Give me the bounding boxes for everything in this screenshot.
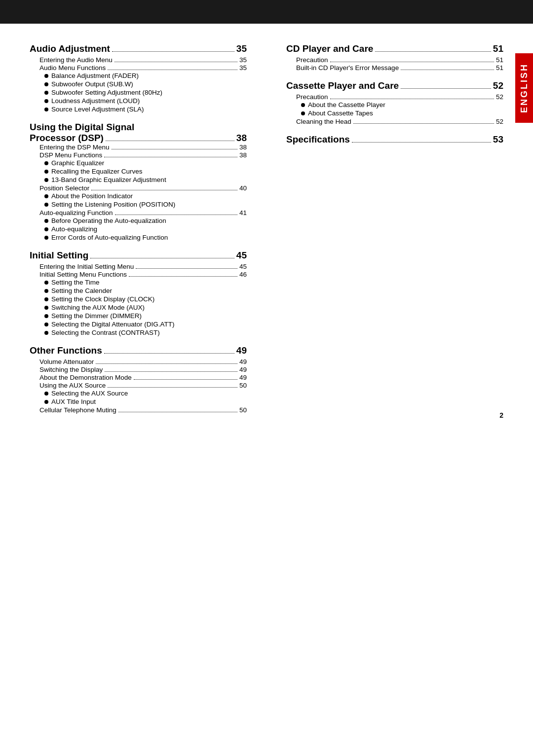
bullet-setting-calender: Setting the Calender (44, 287, 247, 294)
bullet-subwoofer-setting: Subwoofer Setting Adjustment (80Hz) (44, 89, 247, 96)
dots (112, 51, 234, 52)
bullet-loudness: Loudness Adjustment (LOUD) (44, 97, 247, 105)
entry-auto-equalizing: Auto-equalizing Function 41 (39, 209, 247, 216)
bullet-listening-position: Setting the Listening Position (POSITION… (44, 201, 247, 208)
section-other-functions-page: 49 (236, 345, 247, 356)
bullet-dot-icon (44, 323, 48, 326)
bullet-dot-icon (44, 314, 48, 318)
entry-switching-display: Switching the Display 49 (39, 366, 247, 373)
bullet-dot-icon (44, 194, 48, 198)
dsp-page: 38 (236, 133, 247, 144)
dsp-title-line2: Processor (DSP) 38 (30, 133, 247, 144)
page-number: 2 (499, 411, 503, 419)
bullet-dot-icon (44, 306, 48, 310)
bullet-error-cords: Error Cords of Auto-equalizing Function (44, 234, 247, 241)
bullet-balance-fader: Balance Adjustment (FADER) (44, 72, 247, 79)
dsp-title-line1: Using the Digital Signal (30, 122, 247, 133)
section-audio-adjustment: Audio Adjustment 35 (30, 43, 247, 54)
section-cd-player: CD Player and Care 51 (286, 43, 503, 54)
entry-entering-dsp-menu: Entering the DSP Menu 38 (39, 144, 247, 151)
bullet-dot-icon (44, 281, 48, 285)
entry-demonstration-mode: About the Demonstration Mode 49 (39, 374, 247, 381)
bullet-13-band: 13-Band Graphic Equalizer Adjustment (44, 176, 247, 183)
bullet-selecting-aux-source: Selecting the AUX Source (44, 390, 247, 397)
english-tab: ENGLISH (515, 53, 533, 123)
bullet-dot-icon (44, 170, 48, 174)
bullet-position-indicator: About the Position Indicator (44, 192, 247, 200)
bullet-auto-equalizing: Auto-equalizing (44, 225, 247, 233)
bullet-dot-icon (44, 227, 48, 231)
page-content: Audio Adjustment 35 Entering the Audio M… (0, 24, 533, 434)
section-other-functions: Other Functions 49 (30, 345, 247, 356)
entry-using-aux-source: Using the AUX Source 50 (39, 382, 247, 389)
bullet-dot-icon (44, 236, 48, 240)
section-specifications-page: 53 (493, 134, 503, 145)
entry-dsp-menu-functions: DSP Menu Functions 38 (39, 151, 247, 159)
section-cassette-player: Cassette Player and Care 52 (286, 80, 503, 91)
bullet-dot-icon (44, 297, 48, 301)
bullet-dot-icon (44, 91, 48, 95)
bullet-dot-icon (301, 103, 305, 107)
section-initial-setting-page: 45 (236, 250, 247, 261)
entry-cleaning-head: Cleaning the Head 52 (296, 118, 503, 125)
section-other-functions-title: Other Functions (30, 345, 102, 356)
section-audio-adjustment-page: 35 (236, 43, 247, 54)
bullet-before-auto-eq: Before Operating the Auto-equalization (44, 217, 247, 224)
section-audio-adjustment-title: Audio Adjustment (30, 43, 110, 54)
entry-cd-precaution: Precaution 51 (296, 56, 503, 64)
entry-entering-audio-menu: Entering the Audio Menu 35 (39, 56, 247, 64)
bullet-dot-icon (44, 99, 48, 103)
left-column: Audio Adjustment 35 Entering the Audio M… (30, 43, 257, 414)
bullet-dot-icon (44, 289, 48, 293)
section-cd-player-page: 51 (493, 43, 503, 54)
right-column: CD Player and Care 51 Precaution 51 Buil… (276, 43, 503, 414)
section-dsp: Using the Digital Signal Processor (DSP)… (30, 122, 247, 144)
bullet-dot-icon (44, 108, 48, 111)
bullet-dot-icon (44, 400, 48, 404)
section-cassette-player-title: Cassette Player and Care (286, 80, 399, 91)
bullet-contrast: Selecting the Contrast (CONTRAST) (44, 329, 247, 336)
bullet-source-level: Source Level Adjustment (SLA) (44, 106, 247, 113)
entry-entering-initial-setting: Entering the Initial Setting Menu 45 (39, 263, 247, 270)
bullet-setting-time: Setting the Time (44, 279, 247, 286)
entry-initial-setting-menu-functions: Initial Setting Menu Functions 46 (39, 271, 247, 278)
entry-cd-error-message: Built-in CD Player's Error Message 51 (296, 64, 503, 72)
entry-position-selector: Position Selector 40 (39, 184, 247, 192)
bullet-dot-icon (44, 74, 48, 78)
bullet-about-cassette-tapes: About Cassette Tapes (301, 109, 503, 117)
bullet-dot-icon (44, 392, 48, 396)
bullet-dot-icon (44, 219, 48, 223)
bullet-about-cassette-player: About the Cassette Player (301, 101, 503, 108)
bullet-dimmer: Setting the Dimmer (DIMMER) (44, 312, 247, 320)
bullet-aux-mode: Switching the AUX Mode (AUX) (44, 304, 247, 311)
bullet-dot-icon (301, 111, 305, 115)
bullet-aux-title-input: AUX Title Input (44, 398, 247, 405)
bullet-subwoofer-output: Subwoofer Output (SUB.W) (44, 80, 247, 88)
bullet-dot-icon (44, 331, 48, 335)
entry-cassette-precaution: Precaution 52 (296, 93, 503, 101)
bullet-recalling-equalizer: Recalling the Equalizer Curves (44, 168, 247, 175)
section-specifications-title: Specifications (286, 134, 350, 145)
bullet-dot-icon (44, 82, 48, 86)
section-specifications: Specifications 53 (286, 134, 503, 145)
bullet-clock-display: Setting the Clock Display (CLOCK) (44, 295, 247, 303)
top-bar (0, 0, 533, 24)
bullet-graphic-equalizer: Graphic Equalizer (44, 159, 247, 167)
entry-audio-menu-functions: Audio Menu Functions 35 (39, 64, 247, 72)
bullet-digital-attenuator: Selecting the Digital Attenuator (DIG.AT… (44, 321, 247, 328)
section-cd-player-title: CD Player and Care (286, 43, 373, 54)
section-initial-setting: Initial Setting 45 (30, 250, 247, 261)
entry-volume-attenuator: Volume Attenuator 49 (39, 358, 247, 365)
bullet-dot-icon (44, 161, 48, 165)
section-cassette-player-page: 52 (493, 80, 503, 91)
dsp-label: Processor (DSP) (30, 133, 104, 144)
bullet-dot-icon (44, 203, 48, 207)
section-initial-setting-title: Initial Setting (30, 250, 88, 261)
bullet-dot-icon (44, 178, 48, 182)
entry-cellular-telephone: Cellular Telephone Muting 50 (39, 406, 247, 414)
